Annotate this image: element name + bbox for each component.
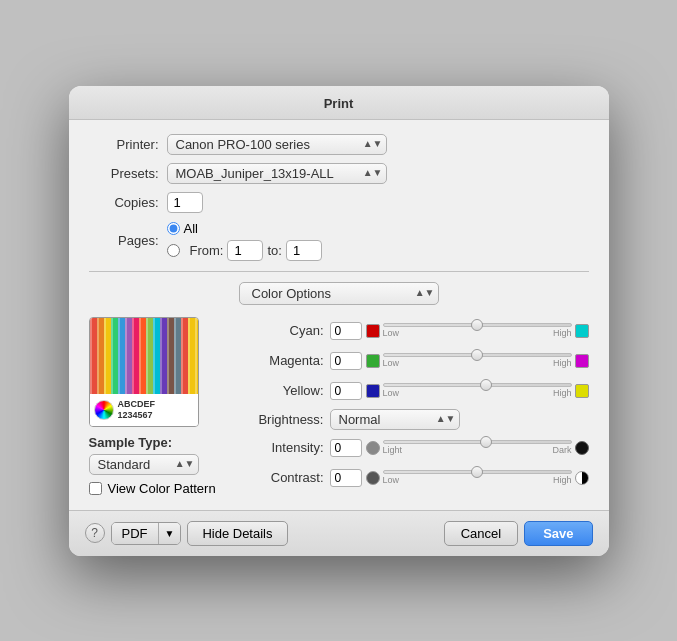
presets-row: Presets: MOAB_Juniper_13x19-ALL ▲▼ [89, 163, 589, 184]
bottom-bar: ? PDF ▼ Hide Details Cancel Save [69, 510, 609, 556]
printer-select[interactable]: Canon PRO-100 series [167, 134, 387, 155]
divider [89, 271, 589, 272]
copies-input[interactable] [167, 192, 203, 213]
presets-select[interactable]: MOAB_Juniper_13x19-ALL [167, 163, 387, 184]
pages-all-option[interactable]: All [167, 221, 322, 236]
magenta-input[interactable] [330, 352, 362, 370]
view-color-checkbox[interactable] [89, 482, 102, 495]
cyan-label: Cyan: [249, 323, 324, 338]
cyan-track [383, 323, 572, 327]
pages-label: Pages: [89, 233, 159, 248]
dialog-title: Print [69, 86, 609, 120]
pages-row: Pages: All From: to: [89, 221, 589, 261]
cyan-slider-wrapper: Low High [383, 317, 572, 345]
intensity-label: Intensity: [249, 440, 324, 455]
magenta-track [383, 353, 572, 357]
contrast-thumb[interactable] [471, 466, 483, 478]
pages-from-radio[interactable] [167, 244, 180, 257]
section-select[interactable]: Color Options [239, 282, 439, 305]
yellow-slider-wrapper: Low High [383, 377, 572, 405]
pages-from-label: From: [190, 243, 224, 258]
sample-select-wrapper: Standard ▲▼ [89, 454, 199, 475]
left-col: ABCDEF 1234567 Sample Type: Standard ▲▼ … [89, 317, 239, 496]
contrast-label: Contrast: [249, 470, 324, 485]
cyan-swatch-left [366, 324, 380, 338]
view-color-row: View Color Pattern [89, 481, 216, 496]
preview-text: ABCDEF 1234567 [118, 399, 156, 421]
copies-label: Copies: [89, 195, 159, 210]
brightness-row: Brightness: Normal ▲▼ [249, 409, 589, 430]
pdf-btn-group: PDF ▼ [111, 522, 182, 545]
sample-type-label: Sample Type: [89, 435, 173, 450]
preview-text-line1: ABCDEF [118, 399, 156, 410]
preview-text-line2: 1234567 [118, 410, 156, 421]
brightness-select[interactable]: Normal [330, 409, 460, 430]
yellow-thumb[interactable] [480, 379, 492, 391]
copies-row: Copies: [89, 192, 589, 213]
yellow-row: Yellow: Low High [249, 377, 589, 405]
section-select-wrapper: Color Options ▲▼ [239, 282, 439, 305]
pages-from-input[interactable] [227, 240, 263, 261]
cyan-row: Cyan: Low High [249, 317, 589, 345]
contrast-input[interactable] [330, 469, 362, 487]
cancel-button[interactable]: Cancel [444, 521, 518, 546]
two-col-layout: ABCDEF 1234567 Sample Type: Standard ▲▼ … [89, 317, 589, 496]
yellow-input[interactable] [330, 382, 362, 400]
pages-all-radio[interactable] [167, 222, 180, 235]
right-col: Cyan: Low High [249, 317, 589, 496]
pdf-dropdown-arrow-icon: ▼ [165, 528, 175, 539]
magenta-slider-wrapper: Low High [383, 347, 572, 375]
yellow-label: Yellow: [249, 383, 324, 398]
magenta-row: Magenta: Low High [249, 347, 589, 375]
color-options-header: Color Options ▲▼ [89, 282, 589, 305]
intensity-swatch-right [575, 441, 589, 455]
brightness-select-wrapper: Normal ▲▼ [330, 409, 460, 430]
preview-box: ABCDEF 1234567 [89, 317, 199, 427]
contrast-slider-wrapper: Low High [383, 464, 572, 492]
cyan-thumb[interactable] [471, 319, 483, 331]
sample-type-select[interactable]: Standard [89, 454, 199, 475]
intensity-row: Intensity: Light Dark [249, 434, 589, 462]
contrast-swatch-left [366, 471, 380, 485]
intensity-input[interactable] [330, 439, 362, 457]
view-color-label: View Color Pattern [108, 481, 216, 496]
yellow-track [383, 383, 572, 387]
pages-all-label: All [184, 221, 198, 236]
preview-label-area: ABCDEF 1234567 [90, 394, 198, 426]
contrast-track [383, 470, 572, 474]
presets-select-wrapper: MOAB_Juniper_13x19-ALL ▲▼ [167, 163, 387, 184]
intensity-swatch-left [366, 441, 380, 455]
brightness-label: Brightness: [249, 412, 324, 427]
printer-select-wrapper: Canon PRO-100 series ▲▼ [167, 134, 387, 155]
hide-details-button[interactable]: Hide Details [187, 521, 287, 546]
printer-label: Printer: [89, 137, 159, 152]
cyan-swatch-right [575, 324, 589, 338]
cyan-input[interactable] [330, 322, 362, 340]
presets-label: Presets: [89, 166, 159, 181]
magenta-swatch-left [366, 354, 380, 368]
print-dialog: Print Printer: Canon PRO-100 series ▲▼ P… [69, 86, 609, 556]
printer-row: Printer: Canon PRO-100 series ▲▼ [89, 134, 589, 155]
magenta-thumb[interactable] [471, 349, 483, 361]
contrast-row: Contrast: Low High [249, 464, 589, 492]
pdf-dropdown-button[interactable]: ▼ [159, 523, 181, 544]
pages-from-group: From: to: [190, 240, 322, 261]
pencil-highlights [90, 318, 199, 396]
save-button[interactable]: Save [524, 521, 592, 546]
intensity-track [383, 440, 572, 444]
help-button[interactable]: ? [85, 523, 105, 543]
pages-from-option[interactable]: From: to: [167, 240, 322, 261]
intensity-thumb[interactable] [480, 436, 492, 448]
magenta-swatch-right [575, 354, 589, 368]
pdf-button[interactable]: PDF [112, 523, 159, 544]
pages-to-label: to: [267, 243, 281, 258]
magenta-label: Magenta: [249, 353, 324, 368]
yellow-swatch-right [575, 384, 589, 398]
color-wheel-icon [94, 400, 114, 420]
intensity-slider-wrapper: Light Dark [383, 434, 572, 462]
pages-to-input[interactable] [286, 240, 322, 261]
pencils-area [90, 318, 199, 396]
yellow-slider-labels: Low High [383, 388, 572, 398]
intensity-slider-labels: Light Dark [383, 445, 572, 455]
contrast-swatch-right [575, 471, 589, 485]
